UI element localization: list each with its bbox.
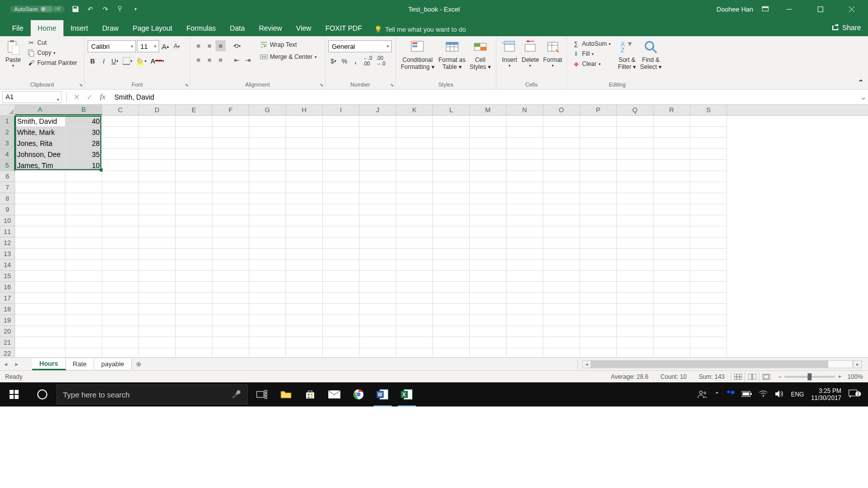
cell[interactable] <box>139 204 176 215</box>
normal-view-icon[interactable] <box>731 372 745 382</box>
comma-format-button[interactable]: , <box>350 55 360 66</box>
cell[interactable] <box>617 271 654 282</box>
cell[interactable] <box>580 127 617 138</box>
cell[interactable] <box>176 226 212 237</box>
cell[interactable] <box>433 293 470 304</box>
cell[interactable] <box>396 315 433 326</box>
row-header[interactable]: 19 <box>0 315 15 326</box>
cell[interactable] <box>139 193 176 204</box>
column-header[interactable]: B <box>65 105 102 115</box>
cell[interactable] <box>543 160 580 171</box>
cell[interactable] <box>690 116 727 127</box>
cell[interactable] <box>617 348 654 357</box>
cell[interactable] <box>65 271 102 282</box>
chrome-icon[interactable] <box>346 382 371 406</box>
cell[interactable] <box>396 149 433 160</box>
cell[interactable] <box>433 337 470 348</box>
cell[interactable] <box>212 326 249 337</box>
cell[interactable] <box>654 282 690 293</box>
cell[interactable] <box>286 171 323 182</box>
language-indicator[interactable]: ENG <box>791 391 804 398</box>
cell[interactable] <box>249 337 286 348</box>
row-header[interactable]: 6 <box>0 171 15 182</box>
cell[interactable] <box>690 215 727 226</box>
cell[interactable] <box>176 271 212 282</box>
cell[interactable] <box>65 193 102 204</box>
tab-file[interactable]: File <box>5 20 31 36</box>
cell[interactable] <box>139 160 176 171</box>
cell[interactable] <box>690 237 727 249</box>
selection-handle[interactable] <box>100 169 103 172</box>
cell[interactable] <box>507 182 543 193</box>
cell[interactable] <box>212 282 249 293</box>
cell[interactable] <box>249 348 286 357</box>
cell[interactable] <box>507 127 543 138</box>
cell[interactable] <box>654 149 690 160</box>
cell[interactable] <box>249 127 286 138</box>
cell[interactable] <box>617 226 654 237</box>
cell[interactable] <box>507 149 543 160</box>
cell[interactable] <box>102 260 139 271</box>
cell[interactable] <box>396 282 433 293</box>
row-header[interactable]: 2 <box>0 127 15 138</box>
cell[interactable] <box>176 127 212 138</box>
cell[interactable] <box>65 204 102 215</box>
cell[interactable] <box>286 237 323 249</box>
sort-filter-button[interactable]: AZSort &Filter ▾ <box>616 38 638 72</box>
cell[interactable] <box>396 182 433 193</box>
cell[interactable] <box>396 226 433 237</box>
cell[interactable] <box>543 215 580 226</box>
cell[interactable] <box>323 149 359 160</box>
formula-input[interactable]: Smith, David <box>109 93 858 101</box>
cell[interactable] <box>323 337 359 348</box>
cell[interactable] <box>286 304 323 315</box>
sheet-tab-rate[interactable]: Rate <box>66 359 94 369</box>
minimize-button[interactable] <box>777 0 801 18</box>
cell[interactable] <box>323 315 359 326</box>
cell[interactable] <box>286 315 323 326</box>
sheet-nav-prev-icon[interactable]: ◂ <box>0 360 11 368</box>
column-header[interactable]: R <box>654 105 690 115</box>
italic-button[interactable]: I <box>99 55 109 66</box>
cell[interactable] <box>470 204 507 215</box>
cell[interactable] <box>690 326 727 337</box>
cell[interactable] <box>654 337 690 348</box>
cell[interactable] <box>543 138 580 149</box>
cell[interactable] <box>102 127 139 138</box>
cell[interactable] <box>580 182 617 193</box>
cell[interactable] <box>286 226 323 237</box>
cell[interactable] <box>65 215 102 226</box>
cell[interactable] <box>359 337 396 348</box>
cell[interactable] <box>507 348 543 357</box>
cell[interactable] <box>286 160 323 171</box>
cell[interactable] <box>507 304 543 315</box>
delete-cells-button[interactable]: Delete▾ <box>520 38 541 69</box>
cell[interactable] <box>396 260 433 271</box>
cell[interactable] <box>176 215 212 226</box>
cell[interactable] <box>102 326 139 337</box>
cell[interactable] <box>507 249 543 260</box>
cell[interactable] <box>286 293 323 304</box>
cell[interactable] <box>396 326 433 337</box>
align-middle-icon[interactable]: ≡ <box>204 40 214 51</box>
cell[interactable] <box>543 260 580 271</box>
cell[interactable] <box>286 116 323 127</box>
row-header[interactable]: 12 <box>0 237 15 249</box>
column-header[interactable]: P <box>580 105 617 115</box>
cell[interactable] <box>102 204 139 215</box>
autosave-toggle[interactable]: AutoSave Off <box>10 6 64 13</box>
cell[interactable] <box>359 304 396 315</box>
cell[interactable] <box>580 171 617 182</box>
cell[interactable] <box>580 204 617 215</box>
cell[interactable] <box>617 127 654 138</box>
column-header[interactable]: N <box>507 105 543 115</box>
cell[interactable] <box>249 160 286 171</box>
cell[interactable] <box>249 237 286 249</box>
cell[interactable] <box>323 138 359 149</box>
cell[interactable] <box>543 326 580 337</box>
cell[interactable] <box>690 193 727 204</box>
cell[interactable] <box>654 215 690 226</box>
cell[interactable] <box>470 348 507 357</box>
cell[interactable] <box>543 237 580 249</box>
column-header[interactable]: D <box>139 105 176 115</box>
